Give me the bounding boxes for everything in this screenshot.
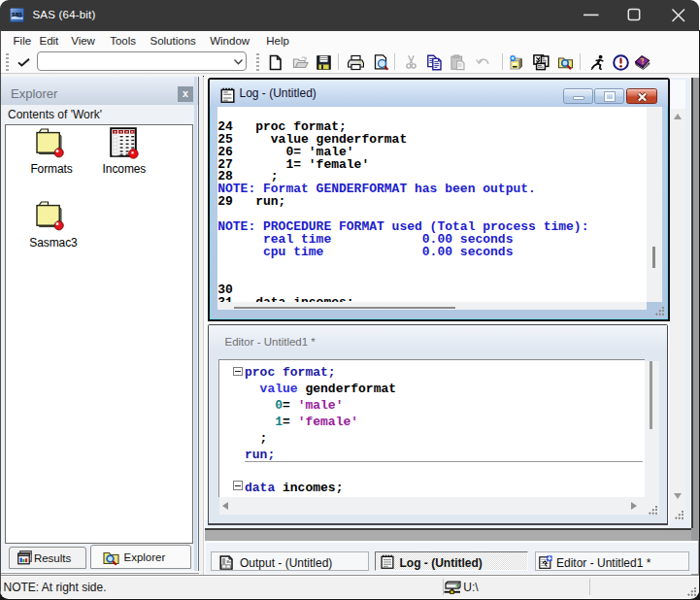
svg-text:sas: sas: [12, 11, 22, 17]
